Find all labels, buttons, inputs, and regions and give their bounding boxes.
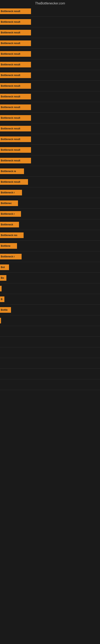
- bar-label: Bottleneck result: [1, 159, 20, 162]
- bar-label: B: [1, 298, 2, 301]
- bar-row: Bottleneck result: [0, 81, 100, 91]
- bar-row: Bottleneck re: [0, 166, 100, 176]
- bottleneck-bar[interactable]: Bottleneck result: [0, 83, 31, 89]
- bar-label: Bo: [1, 276, 4, 279]
- bar-row: Bottleneck result: [0, 27, 100, 38]
- bottleneck-bar[interactable]: Bottleneck result: [0, 147, 31, 153]
- bottleneck-bar[interactable]: B: [0, 296, 4, 302]
- bar-label: Bottleneck result: [1, 63, 20, 66]
- bar-row: Bottleneck result: [0, 102, 100, 112]
- bottleneck-bar[interactable]: Bo: [0, 275, 6, 281]
- bar-label: Bottleneck result: [1, 95, 20, 98]
- bottleneck-bar[interactable]: Bottlene: [0, 243, 17, 249]
- bar-label: Bottleneck r: [1, 212, 15, 215]
- bottleneck-bar[interactable]: Bot: [0, 264, 9, 270]
- bar-row: Bottle: [0, 305, 100, 315]
- bottleneck-bar[interactable]: Bottleneck result: [0, 51, 31, 57]
- bottleneck-bar[interactable]: Bottlenec: [0, 200, 18, 206]
- bar-row: Bottleneck res: [0, 230, 100, 240]
- bar-row: Bottleneck result: [0, 6, 100, 16]
- bar-row: Bottleneck: [0, 219, 100, 230]
- bar-row: Bottleneck result: [0, 49, 100, 59]
- bar-label: Bottleneck result: [1, 20, 20, 23]
- bars-container: Bottleneck resultBottleneck resultBottle…: [0, 6, 100, 390]
- bar-label: Bottleneck result: [1, 10, 20, 13]
- bar-row: Bottleneck result: [0, 17, 100, 27]
- bar-row: Bottleneck result: [0, 177, 100, 187]
- bar-row: [0, 358, 100, 368]
- bar-label: Bottleneck result: [1, 180, 20, 183]
- bottleneck-bar[interactable]: Bottleneck re: [0, 168, 24, 174]
- bottleneck-bar[interactable]: Bottleneck r: [0, 254, 22, 260]
- row-divider: [0, 390, 100, 390]
- bottleneck-bar[interactable]: Bottleneck: [0, 222, 19, 228]
- bar-row: Bottleneck r: [0, 209, 100, 219]
- bar-row: Bottleneck result: [0, 59, 100, 70]
- bar-label: Bottleneck result: [1, 52, 20, 55]
- bottleneck-bar[interactable]: Bottleneck result: [0, 30, 31, 36]
- bottleneck-bar[interactable]: Bottleneck result: [0, 115, 31, 121]
- bar-label: Bottleneck result: [1, 42, 20, 45]
- bar-row: Bottleneck result: [0, 134, 100, 144]
- bar-label: Bottleneck res: [1, 234, 17, 237]
- bar-row: Bottleneck result: [0, 145, 100, 155]
- bottleneck-bar[interactable]: Bottleneck result: [0, 72, 31, 78]
- bar-row: Bottleneck result: [0, 155, 100, 166]
- bar-label: Bottlene: [1, 244, 10, 247]
- bar-row: Bottleneck result: [0, 38, 100, 48]
- bar-row: [0, 379, 100, 390]
- site-title: TheBottlenecker.com: [0, 0, 100, 6]
- bar-row: Bottleneck r: [0, 187, 100, 198]
- bottleneck-bar[interactable]: Bottleneck r: [0, 190, 22, 196]
- bar-row: Bottleneck result: [0, 91, 100, 102]
- bottleneck-bar[interactable]: [0, 318, 1, 324]
- bar-label: Bottleneck result: [1, 31, 20, 34]
- bar-label: Bottleneck r: [1, 191, 15, 194]
- bottleneck-bar[interactable]: Bottleneck result: [0, 104, 31, 110]
- bar-row: [0, 347, 100, 358]
- bar-label: Bottleneck result: [1, 74, 20, 77]
- bar-row: Bottlenec: [0, 198, 100, 208]
- bar-label: Bottleneck: [1, 223, 13, 226]
- bottleneck-bar[interactable]: Bottle: [0, 307, 11, 313]
- bar-row: Bottlene: [0, 241, 100, 251]
- bar-label: Bottleneck result: [1, 116, 20, 119]
- bar-row: Bottleneck result: [0, 123, 100, 134]
- bar-row: Bottleneck result: [0, 70, 100, 80]
- bar-label: Bottleneck re: [1, 170, 16, 173]
- bar-label: Bottleneck result: [1, 127, 20, 130]
- bar-label: Bottleneck result: [1, 106, 20, 109]
- bottleneck-bar[interactable]: Bottleneck result: [0, 8, 31, 14]
- bar-row: Bottleneck r: [0, 251, 100, 262]
- bottleneck-bar[interactable]: Bottleneck r: [0, 211, 21, 217]
- bottleneck-bar[interactable]: Bottleneck result: [0, 126, 31, 132]
- bar-label: Bot: [1, 266, 5, 269]
- bottleneck-bar[interactable]: Bottleneck result: [0, 158, 31, 164]
- bottleneck-bar[interactable]: Bottleneck result: [0, 40, 31, 46]
- bar-row: [0, 283, 100, 294]
- bottleneck-bar[interactable]: Bottleneck result: [0, 19, 31, 25]
- bottleneck-bar[interactable]: Bottleneck result: [0, 179, 28, 185]
- bar-row: Bo: [0, 273, 100, 283]
- bar-row: [0, 315, 100, 326]
- bottleneck-bar[interactable]: Bottleneck result: [0, 136, 31, 142]
- bar-row: [0, 337, 100, 347]
- bottleneck-bar[interactable]: [0, 286, 1, 292]
- bottleneck-bar[interactable]: Bottleneck res: [0, 232, 24, 238]
- bottleneck-bar[interactable]: Bottleneck result: [0, 62, 31, 68]
- bar-row: [0, 326, 100, 336]
- bar-row: Bot: [0, 262, 100, 272]
- bottleneck-bar[interactable]: Bottleneck result: [0, 94, 31, 100]
- bar-row: [0, 369, 100, 379]
- bar-label: Bottleneck result: [1, 138, 20, 141]
- bar-label: Bottlenec: [1, 202, 12, 205]
- bar-row: Bottleneck result: [0, 113, 100, 123]
- bar-row: B: [0, 294, 100, 304]
- bar-label: Bottle: [1, 308, 8, 311]
- bar-label: Bottleneck result: [1, 148, 20, 151]
- bar-label: Bottleneck result: [1, 84, 20, 87]
- bar-label: Bottleneck r: [1, 255, 15, 258]
